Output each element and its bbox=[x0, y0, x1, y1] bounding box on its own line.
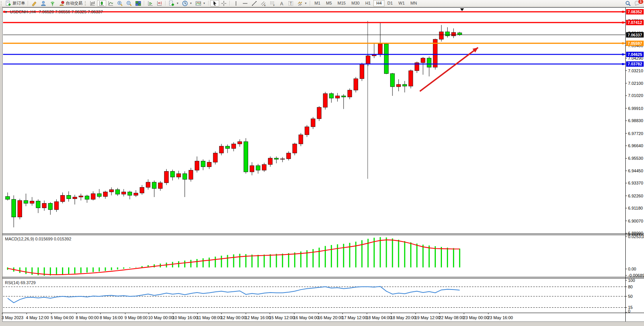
price-badge-label: 7.07412 bbox=[628, 20, 642, 25]
time-tick-label: 16 May 20:00 bbox=[318, 315, 343, 320]
candle-body bbox=[445, 32, 450, 36]
tab-timeframe-m1[interactable]: M1 bbox=[312, 0, 323, 6]
bar-chart-button[interactable] bbox=[88, 0, 97, 6]
candle-body bbox=[421, 58, 425, 63]
line-handle[interactable] bbox=[622, 22, 624, 24]
templates-icon bbox=[195, 0, 201, 6]
candle-body bbox=[348, 90, 352, 97]
tab-timeframe-h4[interactable]: H4 bbox=[373, 0, 384, 6]
time-tick-label: 12 May 16:00 bbox=[245, 315, 271, 320]
cursor-button[interactable] bbox=[210, 0, 219, 6]
line-handle[interactable] bbox=[622, 54, 624, 56]
candle-body bbox=[366, 56, 370, 64]
tab-timeframe-m30[interactable]: M30 bbox=[349, 0, 362, 6]
time-tick-label: 8 May 16:00 bbox=[100, 315, 123, 320]
line-chart-icon bbox=[108, 0, 114, 6]
zoom-out-button[interactable] bbox=[124, 0, 134, 6]
price-tick-label: 7.03210 bbox=[628, 68, 643, 73]
notification-badge: 1 bbox=[638, 0, 643, 4]
time-tick-label: 23 May 16:00 bbox=[488, 315, 513, 320]
chevron-down-icon: ▼ bbox=[304, 2, 307, 5]
candle-body bbox=[268, 158, 273, 165]
time-tick-label: 5 May 04:00 bbox=[51, 315, 74, 320]
candle-body bbox=[311, 119, 315, 127]
periods-button[interactable]: ▼ bbox=[180, 0, 194, 6]
rsi-tick-label: 100 bbox=[628, 278, 635, 283]
price-badge-label: 7.06337 bbox=[628, 33, 642, 37]
fibonacci-button[interactable]: F bbox=[268, 0, 277, 6]
candle-body bbox=[391, 73, 395, 87]
chart-marker-icon[interactable]: ▾ bbox=[5, 10, 7, 14]
zoom-in-button[interactable] bbox=[115, 0, 124, 6]
trendline-button[interactable] bbox=[250, 0, 259, 6]
candle-body bbox=[225, 146, 230, 148]
channel-button[interactable]: E bbox=[259, 0, 268, 6]
candle-body bbox=[451, 32, 456, 36]
indicators-button[interactable]: ▼ bbox=[167, 0, 180, 6]
price-tick-label: 7.02100 bbox=[628, 81, 643, 86]
text-button[interactable]: A bbox=[277, 0, 286, 6]
candle-body bbox=[457, 33, 462, 35]
tab-timeframe-d1[interactable]: D1 bbox=[384, 0, 395, 6]
candle-body bbox=[195, 161, 199, 170]
tab-timeframe-w1[interactable]: W1 bbox=[395, 0, 408, 6]
candle-body bbox=[207, 162, 211, 167]
candle-body bbox=[42, 204, 46, 208]
chevron-down-icon: ▼ bbox=[176, 2, 179, 5]
candle-body bbox=[115, 189, 120, 194]
price-badge-label: 7.08352 bbox=[628, 10, 642, 14]
tile-windows-button[interactable] bbox=[134, 0, 143, 6]
time-tick-label: 19 May 12:00 bbox=[415, 315, 440, 320]
text-icon: A bbox=[279, 0, 285, 6]
crosshair-button[interactable] bbox=[219, 0, 228, 6]
chart-shift-button[interactable] bbox=[155, 0, 164, 6]
price-tick-label: 6.95530 bbox=[628, 156, 643, 161]
toolbar-grip[interactable] bbox=[1, 1, 3, 6]
candle-body bbox=[152, 182, 156, 189]
community-icon bbox=[40, 0, 46, 6]
chart-window[interactable]: 7.075687.064807.054007.042907.032107.021… bbox=[0, 0, 644, 326]
svg-text:E: E bbox=[264, 4, 266, 6]
templates-button[interactable]: ▼ bbox=[194, 0, 207, 6]
signals-button[interactable] bbox=[48, 0, 57, 6]
macd-tick-label: 0.00 bbox=[628, 267, 636, 271]
horizontal-line-button[interactable] bbox=[241, 0, 250, 6]
candlestick-chart-button[interactable] bbox=[97, 0, 106, 6]
arrows-button[interactable]: ▼ bbox=[295, 0, 309, 6]
vertical-line-button[interactable] bbox=[231, 0, 241, 6]
time-tick-label: 18 May 04:00 bbox=[366, 315, 392, 320]
tab-timeframe-m15[interactable]: M15 bbox=[335, 0, 348, 6]
autotrading-button[interactable]: 自动交易 bbox=[57, 0, 84, 6]
candle-body bbox=[238, 142, 242, 144]
tab-timeframe-h1[interactable]: H1 bbox=[362, 0, 373, 6]
autoscroll-button[interactable] bbox=[146, 0, 155, 6]
candle-body bbox=[61, 196, 65, 202]
line-handle[interactable] bbox=[622, 11, 624, 13]
candle-body bbox=[329, 94, 333, 98]
search-button[interactable] bbox=[623, 0, 633, 6]
macd-title: MACD(12,26,9) 0.015699 0.015392 bbox=[5, 237, 71, 241]
line-handle[interactable] bbox=[622, 63, 624, 65]
candle-body bbox=[201, 161, 205, 167]
candle-body bbox=[177, 173, 181, 177]
toolbar-grip[interactable] bbox=[85, 1, 87, 6]
zoom-out-icon bbox=[126, 0, 132, 6]
crosshair-icon bbox=[221, 0, 227, 6]
macd-tick-label: -0.006894 bbox=[628, 273, 644, 278]
new-order-button[interactable]: 新订单 bbox=[4, 0, 27, 6]
metaeditor-button[interactable] bbox=[30, 0, 39, 6]
notifications-button[interactable]: 1 bbox=[633, 0, 642, 6]
svg-text:T: T bbox=[290, 1, 292, 5]
tab-timeframe-mn[interactable]: MN bbox=[408, 0, 420, 6]
tab-timeframe-m5[interactable]: M5 bbox=[323, 0, 335, 6]
chevron-down-icon: ▼ bbox=[203, 2, 206, 5]
candle-body bbox=[121, 192, 126, 194]
signals-icon bbox=[49, 0, 56, 6]
candle-body bbox=[323, 94, 327, 107]
community-button[interactable] bbox=[39, 0, 48, 6]
autotrading-label: 自动交易 bbox=[66, 0, 83, 6]
text-label-button[interactable]: T bbox=[286, 0, 295, 6]
metaeditor-icon bbox=[31, 0, 37, 6]
line-chart-button[interactable] bbox=[106, 0, 115, 6]
line-handle[interactable] bbox=[622, 42, 624, 44]
